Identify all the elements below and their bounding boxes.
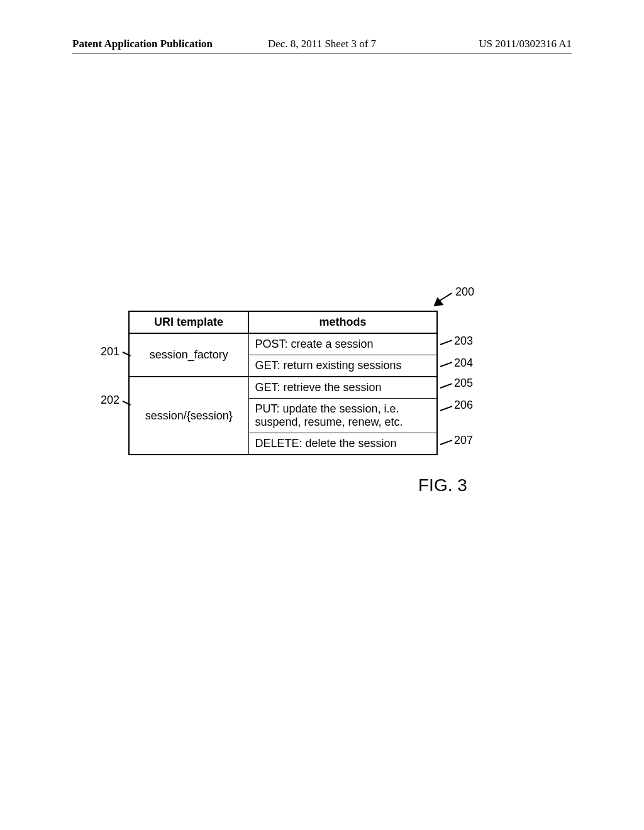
header-methods: methods [248, 311, 437, 333]
callout-203: 203 [454, 335, 473, 348]
page-header: Patent Application Publication Dec. 8, 2… [0, 38, 644, 53]
cell-post-create: POST: create a session [248, 333, 437, 355]
header-patent-number: US 2011/0302316 A1 [479, 38, 572, 50]
cell-get-existing: GET: return existing sessions [248, 355, 437, 377]
cell-session-factory: session_factory [129, 333, 248, 377]
callout-204-line [440, 362, 452, 367]
callout-203-line [440, 340, 452, 345]
callout-204: 204 [454, 357, 473, 370]
cell-delete: DELETE: delete the session [248, 433, 437, 455]
callout-205: 205 [454, 377, 473, 390]
callout-200: 200 [455, 285, 474, 299]
header-uri-template: URI template [129, 311, 248, 333]
callout-207: 207 [454, 434, 473, 447]
header-publication: Patent Application Publication [72, 38, 213, 50]
callout-205-line [440, 383, 452, 388]
callout-201: 201 [101, 345, 119, 358]
cell-put-update: PUT: update the session, i.e. suspend, r… [248, 399, 437, 433]
callout-202: 202 [101, 394, 119, 407]
cell-session-session: session/{session} [129, 377, 248, 455]
figure-label: FIG. 3 [418, 475, 467, 495]
callout-206: 206 [454, 399, 473, 412]
uri-methods-table: URI template methods session_factory POS… [128, 311, 438, 455]
header-date-sheet: Dec. 8, 2011 Sheet 3 of 7 [268, 38, 376, 50]
cell-get-retrieve: GET: retrieve the session [248, 377, 437, 399]
callout-206-line [440, 406, 452, 411]
callout-207-line [440, 440, 452, 445]
